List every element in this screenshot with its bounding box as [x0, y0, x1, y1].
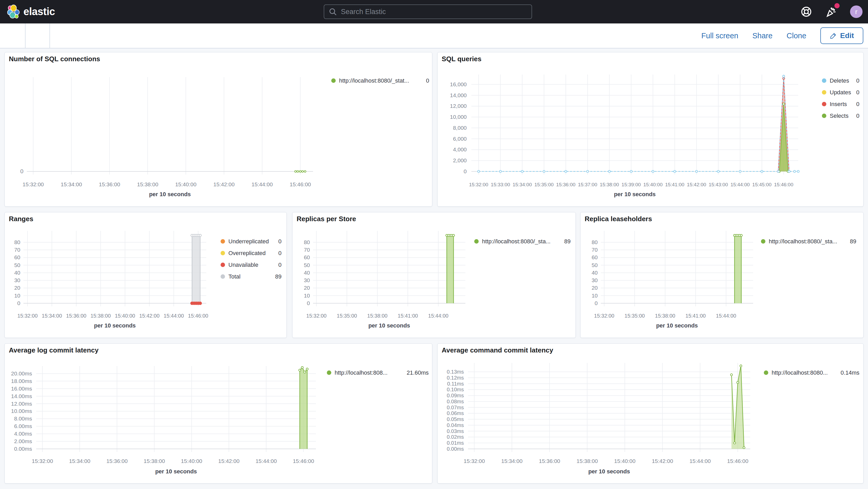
toolbar-actions: Full screen Share Clone Edit: [701, 24, 863, 48]
svg-text:2.00ms: 2.00ms: [14, 438, 32, 444]
svg-text:14,000: 14,000: [450, 92, 467, 98]
search-input[interactable]: [341, 8, 527, 16]
svg-text:15:34:00: 15:34:00: [42, 313, 62, 318]
svg-text:20.00ms: 20.00ms: [11, 370, 32, 376]
svg-text:60: 60: [304, 254, 310, 260]
svg-text:80: 80: [592, 239, 598, 245]
svg-text:15:44:00: 15:44:00: [716, 313, 736, 318]
svg-text:12.00ms: 12.00ms: [11, 401, 32, 407]
svg-text:0.02ms: 0.02ms: [446, 434, 464, 440]
panel-title[interactable]: Number of SQL connections: [9, 55, 100, 63]
legend-item[interactable]: http://localhost:8080...0.14ms: [764, 367, 859, 378]
chart-legend: http://localhost:8080/_sta...89: [474, 236, 570, 247]
svg-text:15:34:00: 15:34:00: [501, 458, 523, 464]
user-avatar[interactable]: r: [850, 5, 863, 18]
legend-item[interactable]: Updates0: [822, 87, 859, 98]
chart-avg-command-commit-latency[interactable]: 0.00ms0.01ms0.02ms0.03ms0.04ms0.05ms0.06…: [437, 344, 863, 483]
avatar-initial: r: [855, 8, 858, 16]
legend-value: 0: [274, 238, 281, 245]
panel-title[interactable]: SQL queries: [442, 55, 482, 63]
legend-item[interactable]: Overreplicated0: [221, 247, 281, 259]
svg-text:15:33:00: 15:33:00: [491, 182, 510, 187]
svg-text:12,000: 12,000: [450, 103, 467, 109]
legend-item[interactable]: Unavailable0: [221, 259, 281, 271]
svg-text:16,000: 16,000: [450, 81, 467, 87]
legend-item[interactable]: http://localhost:8080/_sta...89: [474, 236, 570, 247]
svg-text:6,000: 6,000: [453, 136, 467, 142]
legend-swatch-icon: [221, 251, 225, 255]
svg-text:0.09ms: 0.09ms: [446, 393, 464, 398]
svg-text:per 10 seconds: per 10 seconds: [155, 468, 197, 475]
chart-avg-log-commit-latency[interactable]: 0.00ms2.00ms4.00ms6.00ms8.00ms10.00ms12.…: [5, 344, 432, 483]
chart-replica-leaseholders[interactable]: 0102030405060708015:32:0015:35:0015:38:0…: [581, 212, 863, 338]
legend-item[interactable]: Underreplicated0: [221, 236, 281, 247]
svg-text:15:32:00: 15:32:00: [306, 313, 327, 318]
chart-legend: http://localhost:808...21.60ms: [327, 367, 429, 378]
svg-text:15:44:00: 15:44:00: [689, 458, 711, 464]
chart-ranges[interactable]: 0102030405060708015:32:0015:34:0015:36:0…: [5, 212, 286, 338]
svg-text:10: 10: [592, 293, 598, 299]
svg-text:15:46:00: 15:46:00: [188, 313, 208, 318]
panel-title[interactable]: Ranges: [9, 215, 33, 223]
pencil-icon: [830, 32, 837, 39]
svg-text:0.07ms: 0.07ms: [446, 405, 464, 410]
svg-text:50: 50: [304, 262, 310, 268]
chart-canvas[interactable]: 0102030405060708015:32:0015:35:0015:38:0…: [292, 212, 576, 338]
legend-value: 0: [851, 78, 859, 84]
legend-item[interactable]: http://localhost:808...21.60ms: [327, 367, 429, 378]
svg-text:15:45:00: 15:45:00: [752, 182, 772, 187]
panel-title[interactable]: Replicas per Store: [297, 215, 356, 223]
legend-item[interactable]: http://localhost:8080/_sta...89: [761, 236, 856, 247]
chart-sql-queries[interactable]: 02,0004,0006,0008,00010,00012,00014,0001…: [437, 52, 863, 206]
full-screen-button[interactable]: Full screen: [701, 32, 738, 40]
legend-swatch-icon: [221, 239, 225, 244]
svg-text:0.12ms: 0.12ms: [446, 375, 464, 380]
svg-text:15:41:00: 15:41:00: [685, 313, 706, 318]
legend-item[interactable]: Selects0: [822, 110, 859, 122]
legend-swatch-icon: [822, 90, 826, 95]
edit-button[interactable]: Edit: [820, 27, 863, 44]
panel-title[interactable]: Replica leaseholders: [585, 215, 652, 223]
chart-replicas-per-store[interactable]: 0102030405060708015:32:0015:35:0015:38:0…: [292, 212, 576, 338]
legend-label: http://localhost:8080...: [772, 369, 828, 376]
search-icon: [329, 7, 337, 16]
svg-text:80: 80: [304, 239, 310, 245]
help-button[interactable]: [800, 5, 812, 18]
clone-button[interactable]: Clone: [786, 32, 806, 40]
legend-item[interactable]: Deletes0: [822, 75, 859, 87]
legend-item[interactable]: http://localhost:8080/_stat...0: [331, 75, 429, 87]
chart-canvas[interactable]: 0.00ms2.00ms4.00ms6.00ms8.00ms10.00ms12.…: [5, 344, 432, 483]
svg-text:15:37:00: 15:37:00: [578, 182, 597, 187]
svg-text:10: 10: [14, 293, 20, 299]
svg-text:70: 70: [304, 247, 310, 253]
chart-canvas[interactable]: 02,0004,0006,0008,00010,00012,00014,0001…: [437, 52, 863, 206]
brand-text: elastic: [24, 6, 55, 18]
svg-text:15:38:00: 15:38:00: [90, 313, 111, 318]
elastic-logo[interactable]: elastic: [7, 4, 55, 19]
legend-value: 0: [851, 89, 859, 96]
svg-text:8,000: 8,000: [453, 125, 467, 131]
svg-text:0.04ms: 0.04ms: [446, 422, 464, 428]
svg-text:30: 30: [304, 277, 310, 283]
svg-text:per 10 seconds: per 10 seconds: [588, 468, 630, 475]
svg-text:15:39:00: 15:39:00: [622, 182, 641, 187]
chart-canvas[interactable]: 0102030405060708015:32:0015:35:0015:38:0…: [581, 212, 863, 338]
svg-text:10: 10: [304, 293, 310, 299]
share-button[interactable]: Share: [752, 32, 772, 40]
legend-label: http://localhost:8080/_sta...: [769, 238, 837, 245]
svg-text:per 10 seconds: per 10 seconds: [656, 322, 698, 329]
svg-text:15:46:00: 15:46:00: [774, 182, 793, 187]
svg-text:15:36:00: 15:36:00: [99, 181, 120, 187]
svg-text:15:38:00: 15:38:00: [600, 182, 619, 187]
global-search[interactable]: [324, 4, 532, 19]
legend-item[interactable]: Total89: [221, 271, 281, 282]
chart-legend: http://localhost:8080/_stat...0: [331, 75, 429, 87]
chart-sql-connections[interactable]: 015:32:0015:34:0015:36:0015:38:0015:40:0…: [5, 52, 432, 206]
panel-title[interactable]: Average command commit latency: [442, 346, 553, 354]
dashboard-toolbar: D Dashboard / [Metricbeat CockroachDB] O…: [0, 24, 868, 49]
legend-item[interactable]: Inserts0: [822, 98, 859, 110]
chart-canvas[interactable]: 0.00ms0.01ms0.02ms0.03ms0.04ms0.05ms0.06…: [437, 344, 863, 483]
svg-text:15:42:00: 15:42:00: [213, 181, 235, 187]
panel-title[interactable]: Average log commit latency: [9, 346, 98, 354]
svg-text:0.03ms: 0.03ms: [446, 428, 464, 434]
